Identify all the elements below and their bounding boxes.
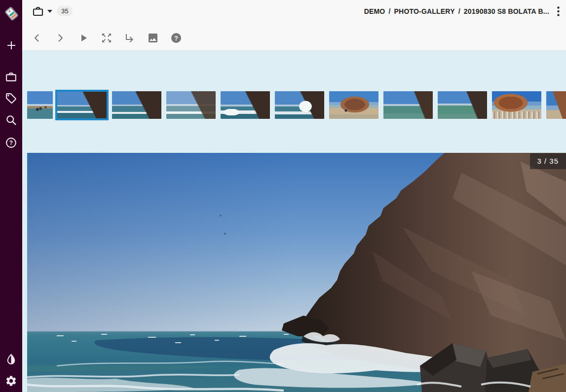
thumbnail[interactable]: [492, 91, 541, 119]
breadcrumb-item-location[interactable]: DEMO: [364, 7, 385, 15]
create-new-button[interactable]: [0, 35, 22, 56]
app-window: ?: [0, 0, 566, 392]
image-counter-badge: 3 / 35: [530, 153, 566, 169]
search-icon: [5, 114, 17, 126]
open-natively-button[interactable]: [120, 27, 140, 49]
thumbnail[interactable]: [275, 91, 324, 119]
expand-arrows-icon: [101, 32, 113, 44]
breadcrumb-item-current[interactable]: 20190830 S8 BOLATA B...: [464, 7, 549, 15]
caret-down-icon: [47, 10, 52, 13]
content-area: 3 / 35: [22, 51, 566, 392]
header: 35 DEMO / PHOTO-GALLERY / 20190830 S8 BO…: [22, 0, 566, 51]
settings-button[interactable]: [0, 370, 22, 392]
search-button[interactable]: [0, 109, 22, 131]
location-selector[interactable]: [32, 5, 52, 17]
folder-menu-button[interactable]: [553, 5, 563, 17]
breadcrumb-separator: /: [458, 7, 460, 15]
chevron-left-icon: [31, 32, 43, 44]
locations-button[interactable]: [0, 66, 22, 87]
breadcrumb-separator: /: [388, 7, 390, 15]
sidebar-help-button[interactable]: ?: [0, 132, 22, 153]
thumbnail[interactable]: [166, 91, 216, 119]
help-button[interactable]: ?: [166, 27, 186, 49]
help-filled-icon: ?: [170, 32, 182, 44]
thumbnail[interactable]: [329, 91, 378, 119]
thumbnail[interactable]: [546, 91, 566, 119]
breadcrumb: DEMO / PHOTO-GALLERY / 20190830 S8 BOLAT…: [364, 0, 549, 23]
gear-icon: [5, 375, 17, 387]
sidebar: ?: [0, 0, 22, 392]
tag-icon: [5, 92, 17, 105]
thumbnail[interactable]: [27, 91, 53, 119]
invert-colors-icon: [5, 353, 17, 365]
play-icon: [77, 32, 89, 44]
fullscreen-button[interactable]: [97, 27, 116, 49]
file-count-badge: 35: [57, 6, 73, 16]
thumbnail-selected[interactable]: [55, 90, 109, 120]
plus-icon: [5, 39, 17, 51]
image-view-button[interactable]: [143, 27, 163, 49]
svg-text:?: ?: [9, 139, 13, 146]
svg-text:?: ?: [174, 35, 178, 42]
tagspaces-logo-icon[interactable]: [0, 0, 22, 29]
photo-viewer: 3 / 35: [27, 153, 566, 392]
viewer-toolbar: ?: [27, 27, 186, 49]
vertical-dots-icon: [557, 6, 560, 16]
play-slideshow-button[interactable]: [74, 27, 93, 49]
previous-button[interactable]: [27, 27, 47, 49]
main-photo: [27, 153, 566, 392]
help-circle-icon: ?: [5, 137, 17, 149]
thumbnail[interactable]: [438, 91, 487, 119]
tags-button[interactable]: [0, 87, 22, 109]
briefcase-icon: [5, 71, 17, 83]
image-icon: [147, 32, 159, 44]
thumbnail[interactable]: [221, 91, 270, 119]
briefcase-icon: [32, 5, 44, 17]
chevron-right-icon: [54, 32, 66, 44]
header-top-row: 35 DEMO / PHOTO-GALLERY / 20190830 S8 BO…: [22, 0, 566, 23]
theme-toggle-button[interactable]: [0, 348, 22, 370]
thumbnail[interactable]: [112, 91, 161, 119]
thumbnail[interactable]: [383, 91, 433, 119]
next-button[interactable]: [50, 27, 70, 49]
breadcrumb-item-folder[interactable]: PHOTO-GALLERY: [394, 7, 455, 15]
thumbnail-strip: [27, 89, 566, 121]
subdirectory-arrow-right-icon: [124, 32, 136, 44]
